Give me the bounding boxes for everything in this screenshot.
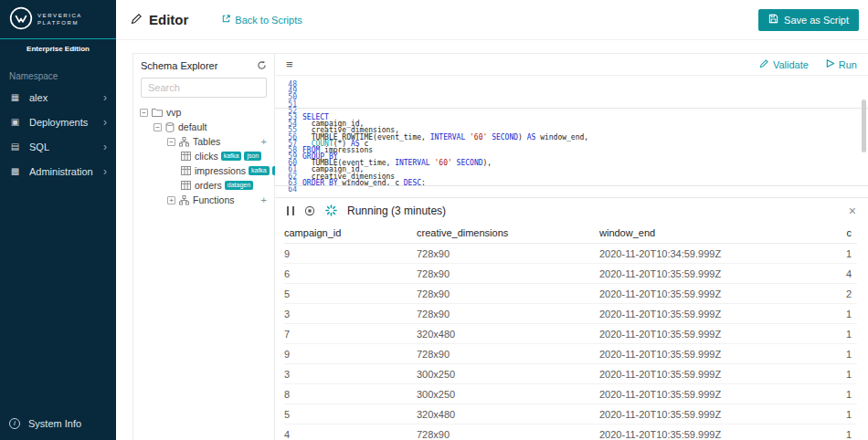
table-item-clicks[interactable]: clickskafkajson — [133, 149, 274, 163]
add-function-button[interactable]: + — [261, 194, 267, 205]
page-title: Editor — [149, 12, 188, 27]
info-icon: i — [9, 418, 20, 429]
table-item-orders[interactable]: ordersdatagen — [133, 178, 274, 193]
code-line-56: TUMBLE_ROWTIME(event_time, INTERVAL '60'… — [302, 134, 868, 141]
column-header-campaign_id: campaign_id — [284, 227, 417, 238]
results-header: Running (3 minutes) × — [275, 198, 868, 223]
tree-node-vvp[interactable]: − vvp — [133, 105, 274, 120]
namespace-label: Namespace — [0, 57, 116, 85]
code-line-53: SELECT — [302, 114, 868, 120]
chevron-right-icon: › — [103, 165, 107, 178]
save-as-script-button[interactable]: Save as Script — [758, 9, 859, 31]
add-table-button[interactable]: + — [261, 136, 267, 147]
code-line-49 — [302, 88, 868, 94]
run-button[interactable]: Run — [825, 58, 857, 70]
results-rows: 9728x902020-11-20T10:34:59.999Z16728x902… — [284, 244, 857, 440]
expand-icon[interactable]: + — [167, 196, 175, 204]
code-gutter: 4849505152535455565758596061626364 — [275, 76, 302, 197]
sidebar-item-sql[interactable]: ▤SQL› — [0, 134, 116, 159]
status-text: Running (3 minutes) — [347, 204, 446, 217]
table-row: 7320x4802020-11-20T10:35:59.999Z1 — [284, 324, 857, 344]
pause-icon[interactable] — [287, 206, 294, 215]
grid-icon: ▦ — [9, 92, 21, 102]
table-icon — [181, 181, 191, 190]
tree-node-tables[interactable]: − Tables + — [133, 134, 274, 149]
validate-button[interactable]: Validate — [759, 58, 809, 70]
app-window: VERVERICAPLATFORM Enterprise Edition Nam… — [0, 0, 868, 440]
schema-search-input[interactable] — [141, 78, 267, 98]
sidebar-item-administration[interactable]: ▩Administration› — [0, 159, 116, 183]
schema-explorer-panel: Schema Explorer − vvp − — [132, 53, 275, 440]
code-line-51 — [302, 101, 868, 108]
sidebar-item-deployments[interactable]: ▣Deployments› — [0, 110, 116, 134]
close-results-icon[interactable]: × — [849, 204, 856, 217]
code-line-52 — [302, 108, 868, 114]
table-item-impressions[interactable]: impressionskafkajson — [133, 163, 274, 178]
results-panel: Running (3 minutes) × campaign_idcreativ… — [275, 198, 868, 440]
tables-group-icon — [179, 137, 189, 147]
schema-explorer-title: Schema Explorer — [141, 60, 217, 71]
column-header-window_end: window_end — [599, 227, 816, 238]
schema-tree: − vvp − default − — [133, 105, 274, 207]
results-table: campaign_idcreative_dimensionswindow_end… — [275, 223, 868, 440]
deployments-icon: ▣ — [9, 117, 21, 127]
chevron-right-icon: › — [103, 91, 107, 104]
chevron-right-icon: › — [103, 141, 107, 153]
table-icon — [181, 152, 191, 161]
collapse-icon[interactable]: − — [153, 123, 162, 131]
editor-menu-icon[interactable]: ≡ — [286, 58, 293, 70]
save-icon — [768, 14, 778, 26]
editor-scrollbar[interactable] — [862, 100, 866, 152]
tree-node-functions[interactable]: + Functions + — [133, 193, 274, 207]
namespace-selector[interactable]: ▦ alex › — [0, 85, 116, 110]
table-row: 9728x902020-11-20T10:35:59.999Z1 — [284, 344, 857, 364]
validate-icon — [759, 58, 769, 70]
code-line-64 — [302, 186, 868, 193]
sql-editor[interactable]: 4849505152535455565758596061626364 SELEC… — [275, 76, 868, 198]
tag-json: json — [244, 152, 261, 161]
page-header: Editor Back to Scripts Save as Script — [116, 0, 868, 40]
tag-kafka: kafka — [221, 152, 242, 161]
collapse-icon[interactable]: − — [167, 138, 175, 146]
code-line-57: COUNT(*) AS c — [302, 141, 868, 147]
table-row: 4728x902020-11-20T10:35:59.999Z1 — [284, 424, 857, 440]
sidebar: VERVERICAPLATFORM Enterprise Edition Nam… — [0, 0, 116, 440]
table-row: 3728x902020-11-20T10:35:59.999Z1 — [284, 304, 857, 324]
brand: VERVERICAPLATFORM — [0, 0, 116, 39]
table-row: 5320x4802020-11-20T10:35:59.999Z1 — [284, 404, 857, 424]
functions-group-icon — [179, 195, 189, 205]
sidebar-item-system-info[interactable]: i System Info — [0, 411, 116, 435]
results-header-row: campaign_idcreative_dimensionswindow_end… — [284, 223, 857, 244]
table-row: 6728x902020-11-20T10:35:59.999Z4 — [284, 264, 857, 284]
column-header-creative_dimensions: creative_dimensions — [417, 227, 599, 238]
table-row: 3300x2502020-11-20T10:35:59.999Z1 — [284, 364, 857, 384]
ververica-logo-icon — [9, 6, 33, 32]
collapse-icon[interactable]: − — [140, 109, 148, 117]
edit-icon — [131, 12, 143, 28]
code-line-58: FROM impressions — [302, 147, 868, 153]
edition-label: Enterprise Edition — [0, 39, 116, 57]
tree-node-default[interactable]: − default — [133, 120, 274, 134]
table-row: 8300x2502020-11-20T10:35:59.999Z1 — [284, 384, 857, 404]
code-lines: SELECT campaign_id, creative_dimensions,… — [302, 76, 868, 197]
code-line-48 — [302, 81, 868, 88]
column-header-c: c — [816, 227, 857, 238]
chevron-right-icon: › — [103, 116, 107, 129]
main-area: Editor Back to Scripts Save as Script Sc… — [116, 0, 868, 440]
catalog-folder-icon — [152, 108, 163, 117]
sidebar-menu: ▣Deployments›▤SQL›▩Administration› — [0, 110, 116, 183]
tag-datagen: datagen — [225, 181, 253, 190]
table-icon — [181, 166, 191, 175]
loading-spinner-icon — [325, 204, 337, 216]
code-line-60: TUMBLE(event_time, INTERVAL '60' SECOND)… — [302, 160, 868, 166]
refresh-icon[interactable] — [257, 60, 267, 70]
back-to-scripts-link[interactable]: Back to Scripts — [221, 14, 302, 26]
brand-name: VERVERICAPLATFORM — [37, 12, 82, 26]
tables-list: clickskafkajsonimpressionskafkajsonorder… — [133, 149, 274, 193]
editor-panel: ≡ Validate Run — [275, 53, 868, 440]
editor-toolbar: ≡ Validate Run — [275, 54, 868, 76]
stop-icon[interactable] — [304, 205, 315, 216]
table-row: 5728x902020-11-20T10:35:59.999Z2 — [284, 284, 857, 304]
back-icon — [221, 14, 231, 26]
code-line-50 — [302, 94, 868, 100]
